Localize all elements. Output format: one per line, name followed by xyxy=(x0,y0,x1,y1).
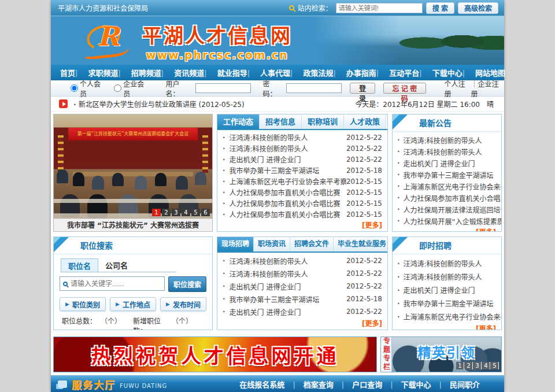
more-link[interactable]: [更多] xyxy=(393,227,501,232)
announcement-row[interactable]: 汪鸿涛:科技创新的带头人 xyxy=(393,134,501,146)
news-tab[interactable]: 招考信息 xyxy=(260,114,302,129)
job-filter-button[interactable]: ▶职位类别 xyxy=(60,297,106,311)
news-title[interactable]: 上海浦东新区光电子行业协会来平考察 xyxy=(230,176,346,186)
news-title[interactable]: 走出机关门 进得企业门 xyxy=(230,282,301,291)
news-title[interactable]: 我市举办第十三期金平湖讲坛 xyxy=(230,294,320,304)
news-title[interactable]: 汪鸿涛:科技创新的带头人 xyxy=(230,269,308,279)
news-tab[interactable]: 职称培训 xyxy=(302,114,344,129)
news-title[interactable]: 走出机关门 进得企业门 xyxy=(230,307,301,317)
news-title[interactable]: 汪鸿涛:科技创新的带头人 xyxy=(230,132,308,142)
banner-pager-item[interactable]: 3 xyxy=(473,362,482,369)
job-search-tab[interactable]: 职位名 xyxy=(61,258,98,272)
news-row[interactable]: 上海浦东新区光电子行业协会来平考察 2012-5-15 xyxy=(217,176,387,187)
announcement-row[interactable]: 我市举办第十三期金平湖讲坛 xyxy=(393,169,501,180)
nav-item[interactable]: 网站地图 xyxy=(462,67,505,78)
news-row[interactable]: 走出机关门 进得企业门 2012-5-22 xyxy=(217,305,387,318)
ticker-news-link[interactable]: 新北区举办大学生创业与就业政策讲座 (2012-05-25) xyxy=(73,99,245,109)
job-search-tab[interactable]: 公司名 xyxy=(98,258,135,272)
nav-item[interactable]: 人事代理 xyxy=(247,67,290,78)
username-field[interactable] xyxy=(195,83,251,93)
news-row[interactable]: 汪鸿涛:科技创新的带头人 2012-5-22 xyxy=(217,132,387,143)
news-title[interactable]: 我市举办第十三期金平湖讲坛 xyxy=(230,165,320,175)
news-row[interactable]: 我市举办第十三期金平湖讲坛 2012-5-18 xyxy=(217,293,387,305)
nav-item[interactable]: 互动平台 xyxy=(376,67,419,78)
forgot-password-button[interactable]: 忘 记 密 码 xyxy=(383,83,426,94)
instant-job-row[interactable]: 汪鸿涛:科技创新的带头人 xyxy=(393,270,501,283)
footer-link[interactable]: 户口查询 xyxy=(334,379,382,390)
announcement-row[interactable]: 走出机关门 进得企业门 xyxy=(393,157,501,169)
company-register-link[interactable]: 企业注册 xyxy=(471,79,504,98)
company-member-radio[interactable] xyxy=(114,84,121,92)
nav-item[interactable]: 招聘频道 xyxy=(118,67,161,78)
nav-item[interactable]: 求职频道 xyxy=(75,67,118,78)
footer-link[interactable]: 下载中心 xyxy=(382,379,431,390)
announcement-row[interactable]: 上海浦东新区光电子行业协会来平考 xyxy=(393,180,501,192)
news-row[interactable]: 汪鸿涛:科技创新的带头人 2012-5-22 xyxy=(217,254,387,267)
search-button[interactable]: 搜 索 xyxy=(426,2,454,14)
instant-job-row[interactable]: 上海浦东新区光电子行业协会来平考 xyxy=(393,310,501,323)
instant-job-row[interactable]: 走出机关门 进得企业门 xyxy=(393,283,501,297)
banner-pager-item[interactable]: 2 xyxy=(465,362,473,369)
footer-link[interactable]: 档案查询 xyxy=(284,379,333,390)
announcement-row[interactable]: 人力社保局参加市直机关小合唱比赛 xyxy=(393,192,501,204)
photo-pager-item[interactable]: 3 xyxy=(172,209,180,216)
news-row[interactable]: 人力社保局参加市直机关小合唱比赛 2012-5-15 xyxy=(217,209,387,220)
news-title[interactable]: 人力社保局参加市直机关小合唱比赛 xyxy=(230,209,341,219)
news-tab[interactable]: 人才政策 xyxy=(344,114,386,129)
news-title[interactable]: 人力社保局参加市直机关小合唱比赛 xyxy=(230,198,341,208)
recruit-tab[interactable]: 职场资讯 xyxy=(254,237,290,252)
recruit-tab[interactable]: 毕业生就业服务 xyxy=(334,237,388,252)
news-row[interactable]: 我市举办第十三期金平湖讲坛 2012-5-18 xyxy=(217,165,387,176)
photo-pager-item[interactable]: 5 xyxy=(191,209,200,216)
photo-pager-item[interactable]: 1 xyxy=(152,209,161,216)
news-title[interactable]: 汪鸿涛:科技创新的带头人 xyxy=(230,143,308,153)
nav-item[interactable]: 资讯频道 xyxy=(161,67,204,78)
announcement-row[interactable]: 人力社保局开展“入企锻炼提素质” xyxy=(393,215,501,227)
news-row[interactable]: 汪鸿涛:科技创新的带头人 2012-5-22 xyxy=(217,267,387,280)
nav-item[interactable]: 办事指南 xyxy=(333,67,376,78)
news-row[interactable]: 汪鸿涛:科技创新的带头人 2012-5-22 xyxy=(217,143,387,154)
photo-pager-item[interactable]: 4 xyxy=(182,209,190,216)
photo-caption[interactable]: 我市部署 “江苏技能状元” 大赛常州选拔赛 xyxy=(54,219,212,231)
banner-pager-item[interactable]: 5 xyxy=(491,362,499,369)
more-link[interactable]: [更多] xyxy=(393,323,501,330)
news-title[interactable]: 汪鸿涛:科技创新的带头人 xyxy=(230,256,308,266)
job-filter-button[interactable]: ▶工作地点 xyxy=(110,297,156,311)
nav-item[interactable]: 首页 xyxy=(60,67,75,78)
news-tab[interactable]: 工作动态 xyxy=(217,114,260,129)
recruit-tab[interactable]: 招聘会文件 xyxy=(290,237,334,252)
site-search-input[interactable] xyxy=(336,3,423,13)
announcement-row[interactable]: 人力社保局开展法律法规巡回培训 xyxy=(393,204,501,215)
banner-pager-item[interactable]: 4 xyxy=(482,362,490,369)
recruit-tab[interactable]: 现场招聘 xyxy=(217,237,254,252)
footer-link[interactable]: 在线报名系统 xyxy=(239,379,284,390)
special-topic-banner[interactable]: 专题专栏 精英引领 12345 xyxy=(380,336,502,372)
news-row[interactable]: 人力社保局参加市直机关小合唱比赛 2012-5-15 xyxy=(217,198,387,209)
advanced-search-button[interactable]: 高级检索 xyxy=(458,2,498,14)
carousel-photo[interactable]: 第一届“江苏技能状元”大赛常州选拔赛组委会扩大会议 xyxy=(54,114,212,219)
password-field[interactable] xyxy=(286,83,342,93)
news-title[interactable]: 人力社保局参加市直机关小合唱比赛 xyxy=(230,187,341,197)
footer-link[interactable]: 民间职介 xyxy=(431,379,480,390)
job-keyword-input[interactable] xyxy=(71,280,161,288)
personal-register-link[interactable]: 个人注册 xyxy=(445,79,471,98)
personal-member-radio[interactable] xyxy=(71,84,78,92)
job-search-button[interactable]: 职位搜索 xyxy=(168,276,206,292)
nav-item[interactable]: 就业指导 xyxy=(204,67,247,78)
news-row[interactable]: 人力社保局参加市直机关小合唱比赛 2012-5-15 xyxy=(217,187,387,198)
login-button[interactable]: 登 录 xyxy=(350,83,375,94)
more-link[interactable]: [更多] xyxy=(217,220,387,230)
instant-job-row[interactable]: 我市举办第十三期金平湖讲坛 xyxy=(393,297,501,310)
announcement-row[interactable]: 汪鸿涛:科技创新的带头人 xyxy=(393,146,501,157)
news-row[interactable]: 走出机关门 进得企业门 2012-5-22 xyxy=(217,280,387,293)
photo-pager-item[interactable]: 2 xyxy=(162,209,171,216)
nav-item[interactable]: 政策法规 xyxy=(290,67,333,78)
banner-pager-item[interactable]: 1 xyxy=(456,362,464,369)
company-member-option[interactable]: 企业会员 xyxy=(114,79,149,98)
celebration-banner[interactable]: 热烈祝贺人才信息网开通 xyxy=(53,336,377,372)
instant-job-row[interactable]: 汪鸿涛:科技创新的带头人 xyxy=(393,257,501,270)
nav-item[interactable]: 下载中心 xyxy=(419,67,462,78)
job-filter-button[interactable]: ▶发布时间 xyxy=(160,297,206,311)
personal-member-option[interactable]: 个人会员 xyxy=(71,79,106,98)
photo-pager-item[interactable]: 6 xyxy=(201,209,210,216)
